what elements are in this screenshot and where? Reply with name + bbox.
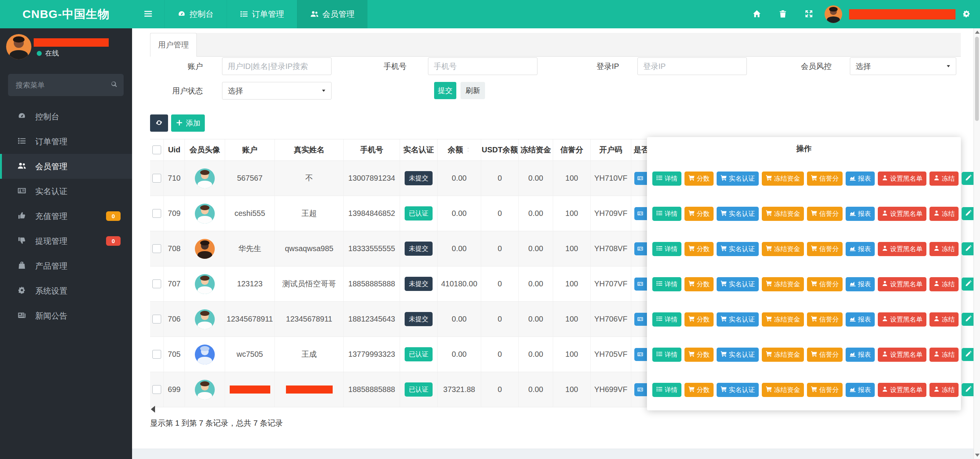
action-realname-button[interactable]: 实名认证	[717, 312, 759, 327]
account-input[interactable]	[222, 57, 332, 75]
login-ip-input[interactable]	[637, 57, 747, 75]
action-score-button[interactable]: 分数	[684, 172, 714, 186]
row-checkbox[interactable]	[152, 279, 161, 288]
search-icon[interactable]	[110, 80, 118, 89]
submit-button[interactable]: 提交	[434, 82, 456, 99]
row-checkbox[interactable]	[152, 174, 161, 183]
nav-item-dashboard[interactable]: 控制台	[164, 0, 227, 28]
settings-gear-icon[interactable]	[962, 9, 971, 19]
action-edit-button[interactable]	[962, 278, 975, 291]
scrollbar-up-arrow-icon[interactable]	[975, 31, 980, 34]
sidebar-toggle-button[interactable]	[132, 0, 164, 28]
clear-cache-trash-icon[interactable]	[779, 9, 787, 19]
row-checkbox[interactable]	[152, 244, 161, 253]
add-member-button[interactable]: 添加	[171, 114, 205, 132]
sidebar-item-settings[interactable]: 系统设置	[0, 278, 132, 303]
action-detail-button[interactable]: 详情	[652, 242, 681, 256]
action-detail-button[interactable]: 详情	[652, 312, 681, 327]
action-realname-button[interactable]: 实名认证	[717, 207, 759, 221]
scrollbar-thumb[interactable]	[975, 37, 979, 121]
action-blacklist-button[interactable]: 设置黑名单	[878, 348, 926, 362]
action-blacklist-button[interactable]: 设置黑名单	[878, 312, 926, 327]
vertical-scrollbar[interactable]	[973, 28, 980, 459]
action-freeze-button[interactable]: 冻结	[929, 383, 959, 397]
action-freeze-button[interactable]: 冻结	[929, 348, 959, 362]
action-report-button[interactable]: 报表	[846, 242, 875, 256]
row-checkbox[interactable]	[152, 209, 161, 218]
action-edit-button[interactable]	[962, 207, 975, 220]
sidebar-item-dashboard[interactable]: 控制台	[0, 104, 132, 129]
action-realname-button[interactable]: 实名认证	[717, 172, 759, 186]
action-credit-button[interactable]: 信誉分	[807, 207, 843, 221]
table-reload-button[interactable]	[150, 114, 168, 132]
action-freeze-button[interactable]: 冻结	[929, 207, 959, 221]
action-edit-button[interactable]	[962, 313, 975, 326]
action-edit-button[interactable]	[962, 348, 975, 361]
sidebar-item-recharge[interactable]: 充值管理0	[0, 204, 132, 229]
action-realname-button[interactable]: 实名认证	[717, 242, 759, 256]
home-icon[interactable]	[753, 9, 761, 19]
user-status-select[interactable]: 选择	[222, 82, 332, 100]
action-freeze-funds-button[interactable]: 冻结资金	[762, 242, 804, 256]
action-credit-button[interactable]: 信誉分	[807, 172, 843, 186]
action-blacklist-button[interactable]: 设置黑名单	[878, 242, 926, 256]
action-credit-button[interactable]: 信誉分	[807, 348, 843, 362]
action-score-button[interactable]: 分数	[684, 348, 714, 362]
action-report-button[interactable]: 报表	[846, 383, 875, 397]
action-blacklist-button[interactable]: 设置黑名单	[878, 172, 926, 186]
sidebar-item-orders[interactable]: 订单管理	[0, 129, 132, 154]
action-score-button[interactable]: 分数	[684, 277, 714, 291]
row-checkbox[interactable]	[152, 385, 161, 394]
sidebar-item-withdraw[interactable]: 提现管理0	[0, 229, 132, 253]
action-blacklist-button[interactable]: 设置黑名单	[878, 207, 926, 221]
action-report-button[interactable]: 报表	[846, 277, 875, 291]
phone-input[interactable]	[428, 57, 537, 75]
action-detail-button[interactable]: 详情	[652, 348, 681, 362]
action-report-button[interactable]: 报表	[846, 348, 875, 362]
nav-item-orders[interactable]: 订单管理	[227, 0, 297, 28]
action-realname-button[interactable]: 实名认证	[717, 277, 759, 291]
action-freeze-funds-button[interactable]: 冻结资金	[762, 277, 804, 291]
action-score-button[interactable]: 分数	[684, 383, 714, 397]
action-realname-button[interactable]: 实名认证	[717, 348, 759, 362]
action-score-button[interactable]: 分数	[684, 312, 714, 327]
action-detail-button[interactable]: 详情	[652, 383, 681, 397]
row-checkbox[interactable]	[152, 350, 161, 359]
risk-select[interactable]: 选择	[850, 57, 956, 75]
action-report-button[interactable]: 报表	[846, 312, 875, 327]
action-freeze-funds-button[interactable]: 冻结资金	[762, 172, 804, 186]
action-freeze-button[interactable]: 冻结	[929, 172, 959, 186]
action-score-button[interactable]: 分数	[684, 242, 714, 256]
action-blacklist-button[interactable]: 设置黑名单	[878, 383, 926, 397]
action-detail-button[interactable]: 详情	[652, 172, 681, 186]
action-credit-button[interactable]: 信誉分	[807, 277, 843, 291]
action-freeze-funds-button[interactable]: 冻结资金	[762, 348, 804, 362]
refresh-button[interactable]: 刷新	[461, 82, 485, 99]
sidebar-item-members[interactable]: 会员管理	[0, 154, 132, 179]
action-edit-button[interactable]	[962, 242, 975, 255]
action-edit-button[interactable]	[962, 172, 975, 185]
tab-user-management[interactable]: 用户管理	[150, 33, 197, 57]
select-all-checkbox[interactable]	[152, 145, 161, 154]
action-credit-button[interactable]: 信誉分	[807, 242, 843, 256]
action-report-button[interactable]: 报表	[846, 207, 875, 221]
action-score-button[interactable]: 分数	[684, 207, 714, 221]
row-checkbox[interactable]	[152, 315, 161, 323]
action-detail-button[interactable]: 详情	[652, 277, 681, 291]
action-detail-button[interactable]: 详情	[652, 207, 681, 221]
sidebar-item-products[interactable]: 产品管理	[0, 253, 132, 278]
action-freeze-funds-button[interactable]: 冻结资金	[762, 383, 804, 397]
action-credit-button[interactable]: 信誉分	[807, 312, 843, 327]
action-freeze-button[interactable]: 冻结	[929, 242, 959, 256]
action-credit-button[interactable]: 信誉分	[807, 383, 843, 397]
col-balance[interactable]: 余额	[438, 139, 481, 160]
action-freeze-funds-button[interactable]: 冻结资金	[762, 312, 804, 327]
nav-item-members[interactable]: 会员管理	[297, 0, 368, 28]
sidebar-search-input[interactable]	[15, 74, 105, 97]
sidebar-item-realname[interactable]: 实名认证	[0, 179, 132, 204]
action-edit-button[interactable]	[962, 383, 975, 396]
sidebar-item-news[interactable]: 新闻公告	[0, 303, 132, 328]
action-report-button[interactable]: 报表	[846, 172, 875, 186]
scrollbar-down-arrow-icon[interactable]	[975, 454, 980, 457]
action-freeze-button[interactable]: 冻结	[929, 277, 959, 291]
